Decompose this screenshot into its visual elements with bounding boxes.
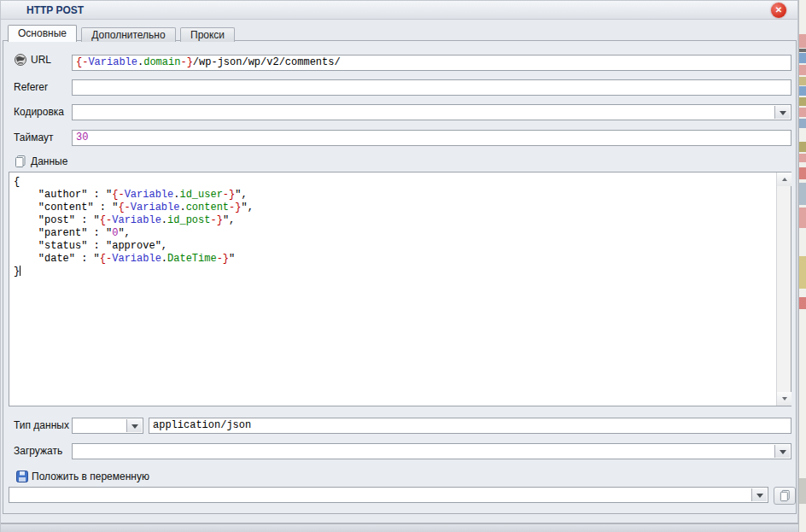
url-label: URL (31, 54, 51, 66)
data-label: Данные (31, 155, 67, 167)
tab-basic[interactable]: Основные (8, 25, 77, 42)
http-post-dialog: HTTP POST ✕ Основные Дополнительно Прокс… (0, 0, 798, 532)
encoding-label: Кодировка (14, 104, 64, 120)
tab-content-basic: URL {-Variable.domain-}/wp-json/wp/v2/co… (3, 40, 797, 514)
tab-advanced[interactable]: Дополнительно (81, 27, 175, 42)
scroll-down-icon[interactable] (777, 392, 791, 406)
data-label-group: Данные (14, 155, 67, 168)
chevron-down-icon[interactable] (774, 445, 790, 458)
referer-input[interactable] (72, 79, 791, 96)
result-checkbox-label: Положить в переменную (32, 471, 149, 482)
copy-pages-icon (779, 489, 791, 502)
background-app-sliver (798, 0, 806, 532)
data-textarea[interactable]: { "author" : "{-Variable.id_user-}", "co… (9, 172, 791, 406)
text-caret (20, 266, 20, 276)
timeout-input[interactable]: 30 (72, 130, 791, 146)
referer-label: Referer (14, 79, 48, 96)
data-code[interactable]: { "author" : "{-Variable.id_user-}", "co… (9, 172, 775, 406)
dialog-title: HTTP POST (26, 4, 84, 16)
save-variable-icon (16, 471, 28, 482)
result-label-group[interactable]: Положить в переменную (16, 471, 149, 482)
load-mode-label: Загружать (14, 443, 62, 459)
close-icon[interactable]: ✕ (771, 3, 786, 18)
content-type-input[interactable]: application/json (149, 418, 791, 434)
chevron-down-icon[interactable] (751, 488, 767, 501)
globe-icon (14, 53, 27, 67)
title-bar[interactable]: HTTP POST ✕ (1, 1, 797, 20)
timeout-label: Таймаут (14, 130, 53, 146)
chevron-down-icon[interactable] (126, 419, 142, 432)
window-bottom-strip (1, 524, 799, 532)
vertical-scrollbar[interactable] (776, 172, 791, 406)
scroll-up-icon[interactable] (777, 172, 791, 186)
content-type-label: Тип данных (14, 418, 69, 434)
tab-strip: Основные Дополнительно Прокси (8, 25, 237, 41)
copy-variable-button[interactable] (774, 487, 796, 505)
chevron-down-icon[interactable] (774, 106, 790, 119)
encoding-combobox[interactable]: utf-8 (72, 104, 791, 120)
tab-proxy[interactable]: Прокси (180, 27, 235, 42)
url-label-group: URL (14, 53, 51, 67)
content-type-combobox[interactable]: Другой (72, 418, 143, 434)
copy-pages-icon (14, 155, 27, 168)
result-variable-combobox[interactable]: RESULT (9, 487, 768, 503)
url-input[interactable]: {-Variable.domain-}/wp-json/wp/v2/commen… (72, 55, 791, 71)
load-mode-combobox[interactable]: Только содержимое (72, 443, 791, 459)
